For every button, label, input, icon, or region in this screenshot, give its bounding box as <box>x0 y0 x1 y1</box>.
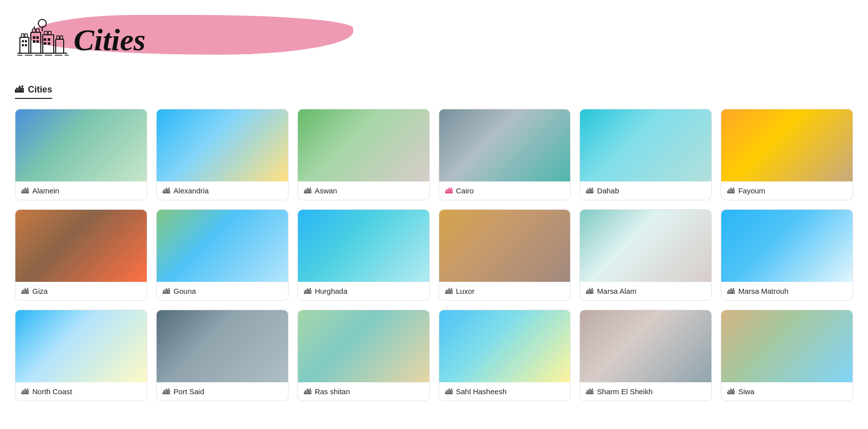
city-footer-port-said: 🏙Port Said <box>157 382 288 401</box>
city-card-ras-shitan[interactable]: 🏙Ras shitan <box>297 310 430 401</box>
svg-rect-25 <box>44 42 46 45</box>
city-name-marsa-alam: Marsa Alam <box>597 287 636 295</box>
city-footer-north-coast: 🏙North Coast <box>15 382 147 401</box>
city-building-icon-fayoum: 🏙 <box>727 186 735 195</box>
svg-rect-2 <box>20 37 29 53</box>
city-card-fayoum[interactable]: 🏙Fayoum <box>721 109 853 200</box>
city-image-alamein <box>15 109 147 181</box>
city-name-ras-shitan: Ras shitan <box>315 387 350 396</box>
city-card-aswan[interactable]: 🏙Aswan <box>297 109 430 200</box>
page-title: Cities <box>74 22 146 58</box>
city-image-siwa <box>721 310 853 382</box>
city-name-north-coast: North Coast <box>32 387 72 396</box>
city-image-giza <box>15 210 147 282</box>
city-image-ras-shitan <box>298 310 429 382</box>
city-name-dahab: Dahab <box>597 186 619 195</box>
city-card-luxor[interactable]: 🏙Luxor <box>439 209 571 301</box>
svg-rect-16 <box>25 40 27 42</box>
city-skyline-icon <box>15 17 70 62</box>
city-name-hurghada: Hurghada <box>315 287 348 295</box>
city-building-icon-port-said: 🏙 <box>163 387 170 396</box>
city-card-alamein[interactable]: 🏙Alamein <box>15 109 147 200</box>
city-card-hurghada[interactable]: 🏙Hurghada <box>297 209 430 301</box>
city-building-icon-siwa: 🏙 <box>727 387 735 396</box>
city-card-alexandria[interactable]: 🏙Alexandria <box>156 109 289 200</box>
svg-rect-23 <box>44 38 46 41</box>
city-card-north-coast[interactable]: 🏙North Coast <box>15 310 147 401</box>
city-image-hurghada <box>298 210 429 282</box>
city-image-sahl-hasheesh <box>439 310 571 382</box>
svg-rect-21 <box>33 40 35 43</box>
cities-grid: 🏙Alamein🏙Alexandria🏙Aswan🏙Cairo🏙Dahab🏙Fa… <box>15 109 853 401</box>
city-footer-giza: 🏙Giza <box>15 282 147 300</box>
city-building-icon-alamein: 🏙 <box>21 186 29 195</box>
svg-rect-18 <box>25 44 27 46</box>
city-image-port-said <box>157 310 288 382</box>
city-building-icon-alexandria: 🏙 <box>163 186 170 195</box>
svg-rect-14 <box>60 36 63 39</box>
header: Cities <box>15 10 853 70</box>
city-image-gouna <box>157 210 288 282</box>
city-name-sharm-el-sheikh: Sharm El Sheikh <box>597 387 653 396</box>
city-card-dahab[interactable]: 🏙Dahab <box>579 109 712 200</box>
city-image-cairo <box>439 109 571 181</box>
city-name-giza: Giza <box>32 287 48 295</box>
city-image-aswan <box>298 109 429 181</box>
city-footer-sharm-el-sheikh: 🏙Sharm El Sheikh <box>580 382 711 401</box>
city-building-icon-gouna: 🏙 <box>163 287 170 295</box>
city-footer-marsa-alam: 🏙Marsa Alam <box>580 282 711 300</box>
city-footer-fayoum: 🏙Fayoum <box>721 181 853 200</box>
city-footer-alamein: 🏙Alamein <box>15 181 147 200</box>
city-footer-siwa: 🏙Siwa <box>721 382 853 401</box>
city-name-aswan: Aswan <box>315 186 337 195</box>
city-building-icon-aswan: 🏙 <box>304 186 311 195</box>
city-footer-dahab: 🏙Dahab <box>580 181 711 200</box>
svg-point-0 <box>38 19 46 27</box>
svg-rect-10 <box>44 31 47 35</box>
city-name-marsa-matrouh: Marsa Matrouh <box>738 287 788 295</box>
svg-rect-22 <box>36 40 39 43</box>
svg-rect-26 <box>48 42 50 45</box>
city-building-icon-hurghada: 🏙 <box>304 287 311 295</box>
city-footer-gouna: 🏙Gouna <box>157 282 288 300</box>
city-building-icon-giza: 🏙 <box>21 287 29 295</box>
city-footer-marsa-matrouh: 🏙Marsa Matrouh <box>721 282 853 300</box>
svg-rect-12 <box>56 39 64 53</box>
svg-rect-3 <box>21 34 24 37</box>
city-card-giza[interactable]: 🏙Giza <box>15 209 147 301</box>
svg-rect-15 <box>22 40 24 42</box>
city-card-marsa-alam[interactable]: 🏙Marsa Alam <box>579 209 712 301</box>
header-content: Cities <box>15 17 146 62</box>
city-building-icon-cairo: 🏙 <box>445 186 453 195</box>
city-footer-aswan: 🏙Aswan <box>298 181 429 200</box>
svg-rect-5 <box>31 32 41 53</box>
city-building-icon-marsa-alam: 🏙 <box>586 287 593 295</box>
city-card-port-said[interactable]: 🏙Port Said <box>156 310 289 401</box>
city-image-dahab <box>580 109 711 181</box>
svg-rect-11 <box>48 31 51 35</box>
city-card-gouna[interactable]: 🏙Gouna <box>156 209 289 301</box>
city-name-port-said: Port Said <box>174 387 204 396</box>
city-name-gouna: Gouna <box>174 287 196 295</box>
city-card-siwa[interactable]: 🏙Siwa <box>721 310 853 401</box>
city-card-sahl-hasheesh[interactable]: 🏙Sahl Hasheesh <box>439 310 571 401</box>
city-building-icon-north-coast: 🏙 <box>21 387 29 396</box>
city-card-sharm-el-sheikh[interactable]: 🏙Sharm El Sheikh <box>579 310 712 401</box>
city-footer-alexandria: 🏙Alexandria <box>157 181 288 200</box>
city-name-alexandria: Alexandria <box>174 186 209 195</box>
city-footer-luxor: 🏙Luxor <box>439 282 571 300</box>
city-name-sahl-hasheesh: Sahl Hasheesh <box>456 387 507 396</box>
city-image-sharm-el-sheikh <box>580 310 711 382</box>
city-building-icon-marsa-matrouh: 🏙 <box>727 287 735 295</box>
city-image-alexandria <box>157 109 288 181</box>
city-card-cairo[interactable]: 🏙Cairo <box>439 109 571 200</box>
city-name-alamein: Alamein <box>32 186 59 195</box>
city-building-icon-sahl-hasheesh: 🏙 <box>445 387 453 396</box>
city-card-marsa-matrouh[interactable]: 🏙Marsa Matrouh <box>721 209 853 301</box>
city-image-fayoum <box>721 109 853 181</box>
svg-rect-7 <box>36 29 39 32</box>
svg-rect-4 <box>25 34 27 37</box>
city-name-cairo: Cairo <box>456 186 474 195</box>
city-footer-sahl-hasheesh: 🏙Sahl Hasheesh <box>439 382 571 401</box>
city-footer-hurghada: 🏙Hurghada <box>298 282 429 300</box>
